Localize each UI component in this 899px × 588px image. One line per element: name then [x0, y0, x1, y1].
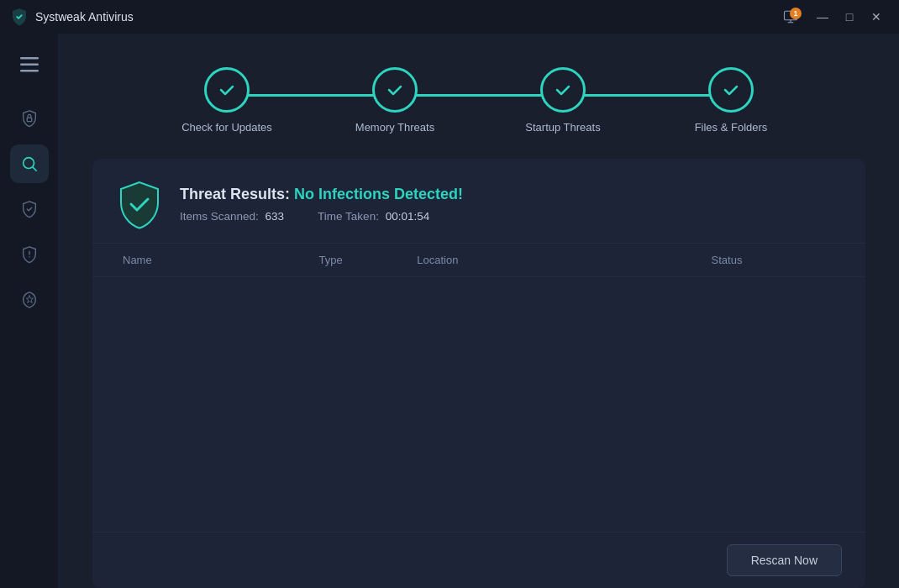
panel-footer: Rescan Now [92, 532, 865, 588]
time-taken-label: Time Taken: 00:01:54 [318, 210, 429, 223]
step-check-updates: Check for Updates [143, 67, 311, 134]
check-icon-4 [720, 79, 742, 101]
step-files-folders-label: Files & Folders [695, 121, 768, 134]
threat-title-status: No Infections Detected! [294, 186, 463, 202]
minimize-button[interactable]: — [810, 6, 835, 28]
content-area: Check for Updates Memory Threats Startup… [59, 34, 899, 588]
table-body [92, 277, 865, 428]
check-icon-3 [552, 79, 574, 101]
sidebar-item-security[interactable] [10, 99, 49, 138]
shield-icon-wrap [116, 179, 163, 229]
rescan-now-button[interactable]: Rescan Now [727, 544, 842, 576]
shield-check-icon [20, 200, 39, 218]
title-bar: Systweak Antivirus 1 — □ ✕ [0, 0, 899, 34]
sidebar-menu-toggle[interactable] [12, 47, 47, 82]
table-header: Name Type Location Status [92, 244, 865, 277]
svg-rect-1 [20, 57, 39, 60]
title-bar-left: Systweak Antivirus [10, 8, 134, 26]
items-scanned-label: Items Scanned: 633 [180, 210, 284, 223]
sidebar-item-booster[interactable] [10, 281, 49, 319]
title-bar-controls: 1 — □ ✕ [778, 6, 889, 28]
time-taken-value: 00:01:54 [386, 210, 430, 223]
lock-shield-icon [20, 109, 39, 128]
scan-icon [20, 155, 39, 173]
col-status: Status [705, 244, 842, 276]
check-icon [216, 79, 238, 101]
maximize-button[interactable]: □ [837, 6, 862, 28]
sidebar-item-realtime[interactable] [10, 190, 49, 228]
threat-stats: Items Scanned: 633 Time Taken: 00:01:54 [180, 210, 463, 223]
main-panel: Threat Results: No Infections Detected! … [92, 159, 865, 588]
app-title: Systweak Antivirus [35, 10, 134, 24]
sidebar [0, 34, 59, 588]
threat-info: Threat Results: No Infections Detected! … [180, 186, 463, 223]
sidebar-item-scan[interactable] [10, 144, 49, 183]
step-files-folders-circle [708, 67, 754, 113]
notification-button[interactable]: 1 [778, 6, 803, 28]
step-check-updates-label: Check for Updates [181, 121, 272, 134]
menu-icon [20, 57, 39, 72]
items-scanned-value: 633 [265, 210, 285, 223]
col-name: Name [116, 244, 313, 276]
step-startup-threats-circle [540, 67, 586, 113]
sidebar-item-protection[interactable] [10, 235, 49, 274]
svg-rect-3 [20, 70, 39, 72]
notification-badge: 1 [790, 8, 802, 19]
threat-table: Name Type Location Status [92, 244, 865, 532]
step-startup-threats-label: Startup Threats [525, 121, 600, 134]
step-startup-threats: Startup Threats [479, 67, 647, 134]
step-memory-threats-label: Memory Threats [355, 121, 434, 134]
svg-rect-4 [27, 118, 32, 122]
threat-title-static: Threat Results: [180, 186, 290, 202]
svg-rect-2 [20, 64, 39, 66]
main-layout: Check for Updates Memory Threats Startup… [0, 34, 899, 588]
close-button[interactable]: ✕ [864, 6, 889, 28]
step-check-updates-circle [204, 67, 250, 113]
step-memory-threats: Memory Threats [311, 67, 479, 134]
protection-icon [20, 245, 39, 264]
threat-header: Threat Results: No Infections Detected! … [92, 159, 865, 244]
booster-icon [20, 291, 39, 309]
threat-title: Threat Results: No Infections Detected! [180, 186, 463, 203]
col-location: Location [410, 244, 704, 276]
step-files-folders: Files & Folders [647, 67, 815, 134]
progress-steps: Check for Updates Memory Threats Startup… [92, 59, 865, 159]
check-icon-2 [384, 79, 406, 101]
shield-success-icon [116, 179, 163, 231]
app-logo-icon [10, 8, 29, 26]
step-memory-threats-circle [372, 67, 418, 113]
col-type: Type [313, 244, 411, 276]
